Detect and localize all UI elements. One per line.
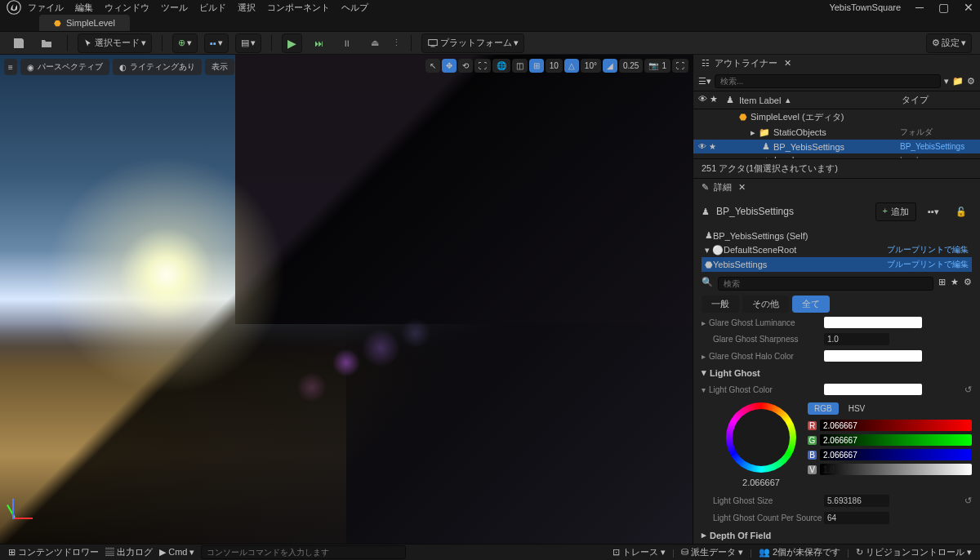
world-space-toggle[interactable]: 🌐 [492,59,510,73]
add-actor-button[interactable]: ⊕▾ [172,33,198,53]
level-icon: ⬣ [54,19,61,28]
r-label: R [808,421,817,430]
play-icon: ▶ [287,37,296,50]
viewport-maximize[interactable]: ⛶ [672,59,688,73]
folder-add-icon[interactable]: 📁 [952,76,964,87]
ghost-count-input[interactable] [824,512,889,524]
menu-tool[interactable]: ツール [161,2,188,14]
outliner-search[interactable] [715,74,941,88]
close-button[interactable]: ✕ [964,1,973,14]
angle-snap-toggle[interactable]: △ [564,59,579,73]
save-button[interactable] [8,33,29,54]
outliner-close[interactable]: ✕ [784,58,791,69]
skip-button[interactable]: ⏭ [309,33,330,54]
maximize-button[interactable]: ▢ [938,1,949,14]
settings-dropdown[interactable]: ⚙ 設定 ▾ [926,33,972,53]
reset-button[interactable]: ↺ [964,496,972,506]
unsaved-button[interactable]: 👥 2個が未保存です [759,546,840,558]
globe-icon: ◉ [27,63,34,72]
rgb-tab[interactable]: RGB [808,402,839,415]
outliner-row[interactable]: ▸ 📁 StaticObjects フォルダ [693,125,980,140]
select-tool[interactable]: ↖ [425,59,440,73]
menu-build[interactable]: ビルド [199,2,226,14]
menu-file[interactable]: ファイル [28,2,64,14]
settings-label: 設定 [942,37,960,49]
level-tab[interactable]: ⬣ SimpleLevel [39,15,130,31]
scale-tool[interactable]: ⛶ [474,59,491,73]
platform-dropdown[interactable]: プラットフォーム ▾ [421,33,524,53]
pencil-icon: ✎ [702,182,709,193]
menu-help[interactable]: ヘルプ [341,2,368,14]
menu-edit[interactable]: 編集 [75,2,93,14]
browse-button[interactable] [36,33,57,54]
lock-icon[interactable]: 🔓 [951,201,972,222]
chevron-down-icon[interactable]: ▾ [944,76,949,87]
translate-tool[interactable]: ✥ [442,59,457,73]
add-component-button[interactable]: +追加 [875,202,916,221]
component-child[interactable]: ⬣ YebisSettingsブループリントで編集 [702,257,972,272]
output-log-button[interactable]: ▤ 出力ログ [105,546,153,558]
grid-snap-value[interactable]: 10 [546,59,563,73]
filter-icon[interactable]: ☰▾ [698,76,711,87]
rotate-tool[interactable]: ⟲ [458,59,473,73]
b-slider[interactable]: 2.066667 [820,449,972,460]
gear-icon[interactable]: ⚙ [964,277,972,291]
component-self[interactable]: ♟ BP_YebisSettings (Self) [702,229,972,242]
details-close[interactable]: ✕ [738,182,746,193]
dof-section[interactable]: ▸Depth Of Field [702,527,972,544]
unreal-logo-icon [7,0,21,15]
grid-icon[interactable]: ⊞ [938,277,946,291]
cmd-input[interactable] [201,545,406,559]
light-ghost-section[interactable]: ▾Light Ghost [702,364,972,381]
blueprint-button[interactable]: ▪▪▾ [204,33,229,53]
grid-snap-toggle[interactable]: ⊞ [529,59,544,73]
camera-speed[interactable]: 📷 1 [644,59,670,73]
light-ghost-color-swatch[interactable] [824,384,922,395]
scale-snap-value[interactable]: 0.25 [619,59,643,73]
sharpness-input[interactable] [824,333,889,345]
show-dropdown[interactable]: 表示 [205,59,234,75]
blueprint-edit-icon[interactable]: ▪▪▾ [923,201,944,222]
component-root[interactable]: ▾ ⚪ DefaultSceneRootブループリントで編集 [702,242,972,257]
cinematics-button[interactable]: ▤▾ [235,33,261,53]
play-button[interactable]: ▶ [282,33,302,53]
tab-all[interactable]: 全て [792,296,830,313]
color-wheel[interactable] [726,402,796,473]
tab-other[interactable]: その他 [742,296,789,313]
viewport-menu[interactable]: ≡ [4,59,17,75]
v-slider[interactable]: 1.0 [820,464,972,475]
viewport[interactable]: ≡ ◉パースペクティブ ◐ライティングあり 表示 ↖ ✥ ⟲ ⛶ 🌐 ◫ ⊞ 1… [0,55,693,544]
eject-button[interactable]: ⏏ [364,33,385,54]
minimize-button[interactable]: ─ [915,1,924,14]
select-mode-dropdown[interactable]: 選択モード ▾ [78,33,152,53]
gear-icon[interactable]: ⚙ [967,76,975,87]
color-swatch[interactable] [824,317,922,328]
ghost-size-input[interactable] [824,495,889,507]
menu-component[interactable]: コンポーネント [267,2,330,14]
lighting-dropdown[interactable]: ◐ライティングあり [113,59,202,75]
menu-select[interactable]: 選択 [238,2,256,14]
tab-general[interactable]: 一般 [702,296,739,313]
outliner-status: 251 アクタ(1個選択されています) [693,158,980,178]
hsv-tab[interactable]: HSV [842,402,872,415]
revision-control-dropdown[interactable]: ↻ リビジョンコントロール ▾ [856,546,972,558]
content-drawer-button[interactable]: ⊞ コンテンツドロワー [8,546,99,558]
b-label: B [808,451,817,460]
r-slider[interactable]: 2.066667 [820,420,972,431]
play-options-icon[interactable]: ⋮ [392,38,401,48]
derived-data-dropdown[interactable]: ⛁ 派生データ ▾ [681,546,743,558]
outliner-row-selected[interactable]: 👁 ★ ♟ BP_YebisSettings BP_YebisSettings [693,140,980,153]
scale-snap-toggle[interactable]: ◢ [603,59,617,73]
details-search-input[interactable] [718,277,933,291]
g-slider[interactable]: 2.066667 [820,434,972,446]
color-swatch[interactable] [824,350,922,362]
star-icon[interactable]: ★ [951,277,959,291]
menu-window[interactable]: ウィンドウ [105,2,149,14]
reset-button[interactable]: ↺ [964,384,972,395]
trace-dropdown[interactable]: ⊡ トレース ▾ [612,546,666,558]
angle-snap-value[interactable]: 10° [581,59,601,73]
outliner-row[interactable]: ⬣ SimpleLevel (エディタ) [693,109,980,125]
perspective-dropdown[interactable]: ◉パースペクティブ [20,59,109,75]
stop-button[interactable]: ⏸ [336,33,358,54]
surface-snap-toggle[interactable]: ◫ [512,59,528,73]
